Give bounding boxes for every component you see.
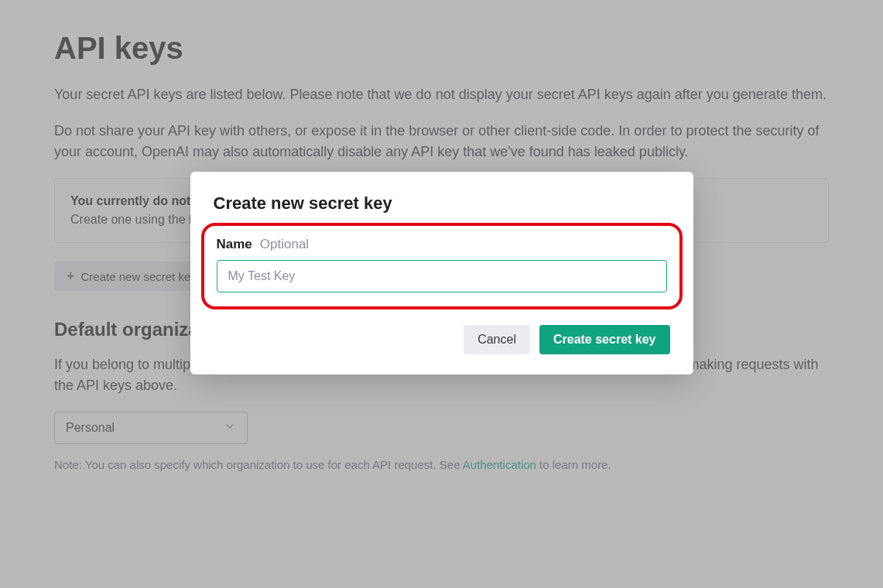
cancel-button[interactable]: Cancel: [464, 325, 530, 354]
create-secret-key-submit-button[interactable]: Create secret key: [539, 325, 670, 354]
modal-title: Create new secret key: [214, 193, 670, 214]
name-field-label: Name: [217, 237, 252, 252]
modal-overlay[interactable]: Create new secret key Name Optional Canc…: [0, 0, 883, 588]
name-field-highlight: Name Optional: [201, 223, 683, 309]
name-field-optional: Optional: [260, 237, 309, 252]
name-input[interactable]: [217, 260, 667, 292]
create-secret-key-modal: Create new secret key Name Optional Canc…: [190, 172, 693, 374]
